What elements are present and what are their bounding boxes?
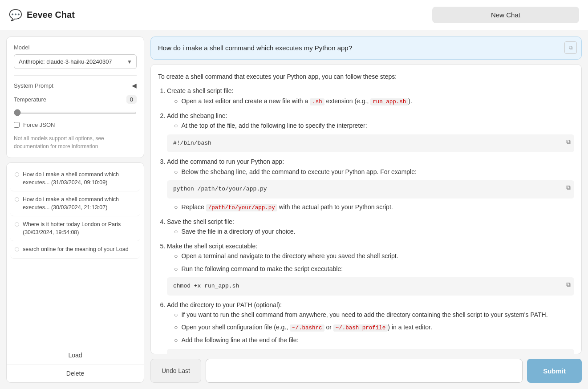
new-chat-button[interactable]: New Chat (432, 7, 579, 23)
inline-code-path: /path/to/your/app.py (206, 204, 277, 211)
logo-icon: 💬 (9, 9, 22, 21)
code-shebang: #!/bin/bash (173, 140, 211, 146)
step-2-title: Add the shebang line: (167, 112, 227, 119)
history-dot-1 (15, 172, 19, 177)
model-select-wrapper: Anthropic: claude-3-haiku-20240307 Anthr… (14, 54, 137, 69)
inline-code-run-app: run_app.sh (370, 98, 408, 105)
sidebar: Model Anthropic: claude-3-haiku-20240307… (6, 36, 144, 383)
step-2: Add the shebang line: At the top of the … (167, 111, 574, 153)
copy-code-shebang-button[interactable]: ⧉ (566, 138, 571, 146)
step-4-sub-1: Save the file in a directory of your cho… (174, 227, 574, 236)
load-button[interactable]: Load (7, 346, 144, 365)
message-input[interactable] (206, 359, 523, 383)
user-message-text: How do i make a shell command which exec… (158, 44, 352, 52)
copy-code-python-button[interactable]: ⧉ (566, 184, 571, 191)
logo: 💬 Eevee Chat (9, 9, 75, 21)
force-json-row: Force JSON (14, 122, 137, 128)
bottom-bar: Undo Last Submit (150, 359, 582, 383)
step-5-sub-1: Open a terminal and navigate to the dire… (174, 251, 574, 261)
assistant-message-box: To create a shell command that executes … (150, 64, 582, 354)
history-dot-3 (15, 222, 19, 227)
history-text-2: How do i make a shell command which exec… (23, 196, 136, 211)
step-2-sub-1: At the top of the file, add the followin… (174, 121, 574, 130)
step-6-sub-3: Add the following line at the end of the… (174, 335, 574, 345)
copy-code-chmod-button[interactable]: ⧉ (566, 281, 571, 288)
step-3: Add the command to run your Python app: … (167, 157, 574, 212)
inline-code-bash-profile: ~/.bash_profile (333, 324, 388, 332)
sidebar-actions: Load Delete (7, 346, 144, 382)
code-block-shebang: #!/bin/bash ⧉ (167, 134, 574, 153)
step-4-title: Save the shell script file: (167, 218, 234, 225)
undo-last-button[interactable]: Undo Last (150, 359, 201, 383)
copy-user-message-button[interactable]: ⧉ (564, 41, 577, 54)
history-text-4: search online for the meaning of your Lo… (23, 246, 129, 254)
history-text-1: How do i make a shell command which exec… (23, 171, 136, 186)
code-python: python /path/to/your/app.py (173, 186, 267, 192)
system-prompt-row[interactable]: System Prompt ◀ (14, 82, 137, 89)
step-6: Add the directory to your PATH (optional… (167, 300, 574, 354)
main-layout: Model Anthropic: claude-3-haiku-20240307… (0, 30, 588, 389)
submit-button[interactable]: Submit (527, 359, 582, 383)
model-label: Model (14, 44, 137, 51)
sidebar-settings: Model Anthropic: claude-3-haiku-20240307… (6, 36, 144, 158)
temperature-label: Temperature (14, 96, 46, 103)
support-note: Not all models support all options, see … (14, 134, 137, 150)
collapse-icon: ◀ (132, 82, 137, 89)
assistant-intro: To create a shell command that executes … (158, 72, 574, 81)
code-chmod: chmod +x run_app.sh (173, 283, 239, 289)
inline-code-sh: .sh (310, 98, 324, 105)
step-4: Save the shell script file: Save the fil… (167, 217, 574, 237)
model-select[interactable]: Anthropic: claude-3-haiku-20240307 Anthr… (14, 54, 137, 69)
code-block-chmod: chmod +x run_app.sh ⧉ (167, 277, 574, 296)
temperature-row: Temperature 0 (14, 95, 137, 104)
step-5-sub-2: Run the following command to make the sc… (174, 264, 574, 274)
header: 💬 Eevee Chat New Chat (0, 0, 588, 30)
temperature-slider-wrapper (14, 107, 137, 115)
step-1-title: Create a shell script file: (167, 87, 233, 94)
step-1: Create a shell script file: Open a text … (167, 86, 574, 106)
assistant-steps-list: Create a shell script file: Open a text … (158, 86, 574, 354)
code-block-export: export PATH=$PATH:/path/to/directory ⧉ (167, 349, 574, 354)
step-3-sub-2: Replace /path/to/your/app.py with the ac… (174, 202, 574, 212)
step-1-sub-1: Open a text editor and create a new file… (174, 96, 574, 106)
temperature-slider[interactable] (14, 112, 137, 113)
history-dot-4 (15, 247, 19, 251)
chat-history-item-3[interactable]: Where is it hotter today London or Paris… (10, 216, 140, 241)
system-prompt-label: System Prompt (14, 82, 53, 89)
force-json-checkbox[interactable] (14, 122, 20, 128)
step-6-sub-2: Open your shell configuration file (e.g.… (174, 322, 574, 332)
history-dot-2 (15, 197, 19, 202)
divider (14, 75, 137, 76)
chat-area: How do i make a shell command which exec… (150, 36, 582, 383)
copy-code-export-button[interactable]: ⧉ (566, 353, 571, 354)
force-json-label: Force JSON (23, 122, 55, 128)
step-6-title: Add the directory to your PATH (optional… (167, 301, 282, 308)
app-title: Eevee Chat (27, 10, 75, 20)
delete-button[interactable]: Delete (7, 365, 144, 382)
step-3-sub-1: Below the shebang line, add the command … (174, 167, 574, 177)
step-6-sub-1: If you want to run the shell command fro… (174, 310, 574, 320)
step-5-title: Make the shell script executable: (167, 243, 257, 250)
chat-history-list: How do i make a shell command which exec… (7, 163, 144, 346)
temperature-value: 0 (126, 95, 137, 104)
chat-history-item-4[interactable]: search online for the meaning of your Lo… (10, 241, 140, 259)
chat-history-item-2[interactable]: How do i make a shell command which exec… (10, 191, 140, 216)
step-3-title: Add the command to run your Python app: (167, 158, 284, 165)
sidebar-history: How do i make a shell command which exec… (6, 162, 144, 383)
chat-history-item-1[interactable]: How do i make a shell command which exec… (10, 166, 140, 191)
code-block-python: python /path/to/your/app.py ⧉ (167, 180, 574, 199)
inline-code-bashrc: ~/.bashrc (290, 324, 324, 332)
history-text-3: Where is it hotter today London or Paris… (23, 221, 136, 236)
user-message-box: How do i make a shell command which exec… (150, 36, 582, 60)
step-5: Make the shell script executable: Open a… (167, 241, 574, 296)
